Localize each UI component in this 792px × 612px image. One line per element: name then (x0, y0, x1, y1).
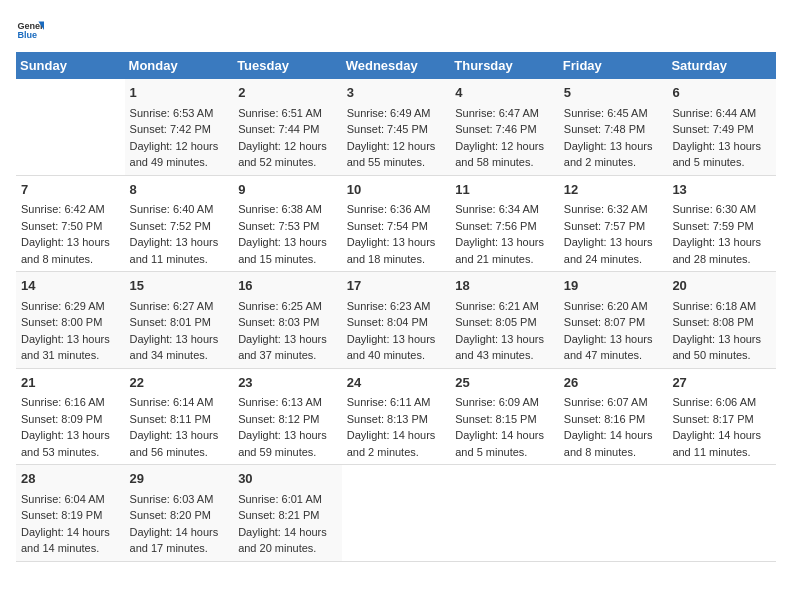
calendar-week-5: 28Sunrise: 6:04 AMSunset: 8:19 PMDayligh… (16, 465, 776, 562)
sunrise-text: Sunrise: 6:38 AM (238, 201, 337, 218)
sunrise-text: Sunrise: 6:44 AM (672, 105, 771, 122)
sunset-text: Sunset: 7:45 PM (347, 121, 446, 138)
day-number: 11 (455, 180, 554, 200)
sunset-text: Sunset: 8:09 PM (21, 411, 120, 428)
daylight-text: Daylight: 13 hours and 24 minutes. (564, 234, 663, 267)
sunrise-text: Sunrise: 6:25 AM (238, 298, 337, 315)
calendar-week-2: 7Sunrise: 6:42 AMSunset: 7:50 PMDaylight… (16, 175, 776, 272)
day-number: 25 (455, 373, 554, 393)
sunset-text: Sunset: 7:52 PM (130, 218, 229, 235)
page-header: General Blue (16, 16, 776, 44)
calendar-cell: 17Sunrise: 6:23 AMSunset: 8:04 PMDayligh… (342, 272, 451, 369)
sunset-text: Sunset: 8:13 PM (347, 411, 446, 428)
sunrise-text: Sunrise: 6:30 AM (672, 201, 771, 218)
day-number: 5 (564, 83, 663, 103)
calendar-cell: 30Sunrise: 6:01 AMSunset: 8:21 PMDayligh… (233, 465, 342, 562)
daylight-text: Daylight: 13 hours and 11 minutes. (130, 234, 229, 267)
sunrise-text: Sunrise: 6:03 AM (130, 491, 229, 508)
daylight-text: Daylight: 13 hours and 15 minutes. (238, 234, 337, 267)
calendar-cell: 19Sunrise: 6:20 AMSunset: 8:07 PMDayligh… (559, 272, 668, 369)
daylight-text: Daylight: 13 hours and 59 minutes. (238, 427, 337, 460)
daylight-text: Daylight: 13 hours and 47 minutes. (564, 331, 663, 364)
daylight-text: Daylight: 14 hours and 11 minutes. (672, 427, 771, 460)
calendar-cell: 9Sunrise: 6:38 AMSunset: 7:53 PMDaylight… (233, 175, 342, 272)
sunset-text: Sunset: 8:03 PM (238, 314, 337, 331)
sunrise-text: Sunrise: 6:32 AM (564, 201, 663, 218)
sunset-text: Sunset: 7:48 PM (564, 121, 663, 138)
sunset-text: Sunset: 8:16 PM (564, 411, 663, 428)
day-number: 19 (564, 276, 663, 296)
day-number: 13 (672, 180, 771, 200)
daylight-text: Daylight: 12 hours and 58 minutes. (455, 138, 554, 171)
sunset-text: Sunset: 7:56 PM (455, 218, 554, 235)
daylight-text: Daylight: 13 hours and 56 minutes. (130, 427, 229, 460)
svg-text:Blue: Blue (17, 30, 37, 40)
sunset-text: Sunset: 8:01 PM (130, 314, 229, 331)
sunset-text: Sunset: 7:49 PM (672, 121, 771, 138)
calendar-cell: 12Sunrise: 6:32 AMSunset: 7:57 PMDayligh… (559, 175, 668, 272)
calendar-table: SundayMondayTuesdayWednesdayThursdayFrid… (16, 52, 776, 562)
day-number: 24 (347, 373, 446, 393)
calendar-cell: 23Sunrise: 6:13 AMSunset: 8:12 PMDayligh… (233, 368, 342, 465)
daylight-text: Daylight: 13 hours and 50 minutes. (672, 331, 771, 364)
sunrise-text: Sunrise: 6:07 AM (564, 394, 663, 411)
day-number: 22 (130, 373, 229, 393)
sunrise-text: Sunrise: 6:53 AM (130, 105, 229, 122)
calendar-cell: 13Sunrise: 6:30 AMSunset: 7:59 PMDayligh… (667, 175, 776, 272)
daylight-text: Daylight: 13 hours and 5 minutes. (672, 138, 771, 171)
calendar-cell: 25Sunrise: 6:09 AMSunset: 8:15 PMDayligh… (450, 368, 559, 465)
day-number: 16 (238, 276, 337, 296)
calendar-cell: 5Sunrise: 6:45 AMSunset: 7:48 PMDaylight… (559, 79, 668, 175)
day-number: 20 (672, 276, 771, 296)
calendar-cell: 16Sunrise: 6:25 AMSunset: 8:03 PMDayligh… (233, 272, 342, 369)
day-number: 2 (238, 83, 337, 103)
sunrise-text: Sunrise: 6:34 AM (455, 201, 554, 218)
day-number: 4 (455, 83, 554, 103)
sunrise-text: Sunrise: 6:29 AM (21, 298, 120, 315)
column-header-sunday: Sunday (16, 52, 125, 79)
calendar-cell (667, 465, 776, 562)
sunrise-text: Sunrise: 6:09 AM (455, 394, 554, 411)
calendar-cell (450, 465, 559, 562)
sunrise-text: Sunrise: 6:13 AM (238, 394, 337, 411)
daylight-text: Daylight: 13 hours and 37 minutes. (238, 331, 337, 364)
calendar-cell: 4Sunrise: 6:47 AMSunset: 7:46 PMDaylight… (450, 79, 559, 175)
column-header-tuesday: Tuesday (233, 52, 342, 79)
day-number: 14 (21, 276, 120, 296)
daylight-text: Daylight: 12 hours and 52 minutes. (238, 138, 337, 171)
sunset-text: Sunset: 7:44 PM (238, 121, 337, 138)
daylight-text: Daylight: 14 hours and 20 minutes. (238, 524, 337, 557)
sunrise-text: Sunrise: 6:42 AM (21, 201, 120, 218)
calendar-cell: 27Sunrise: 6:06 AMSunset: 8:17 PMDayligh… (667, 368, 776, 465)
column-header-wednesday: Wednesday (342, 52, 451, 79)
sunset-text: Sunset: 7:57 PM (564, 218, 663, 235)
sunset-text: Sunset: 7:54 PM (347, 218, 446, 235)
sunrise-text: Sunrise: 6:14 AM (130, 394, 229, 411)
sunrise-text: Sunrise: 6:16 AM (21, 394, 120, 411)
daylight-text: Daylight: 13 hours and 31 minutes. (21, 331, 120, 364)
daylight-text: Daylight: 14 hours and 14 minutes. (21, 524, 120, 557)
day-number: 18 (455, 276, 554, 296)
sunset-text: Sunset: 8:04 PM (347, 314, 446, 331)
sunrise-text: Sunrise: 6:40 AM (130, 201, 229, 218)
day-number: 3 (347, 83, 446, 103)
day-number: 9 (238, 180, 337, 200)
day-number: 23 (238, 373, 337, 393)
calendar-week-1: 1Sunrise: 6:53 AMSunset: 7:42 PMDaylight… (16, 79, 776, 175)
sunrise-text: Sunrise: 6:36 AM (347, 201, 446, 218)
sunset-text: Sunset: 8:08 PM (672, 314, 771, 331)
calendar-cell: 10Sunrise: 6:36 AMSunset: 7:54 PMDayligh… (342, 175, 451, 272)
calendar-cell: 7Sunrise: 6:42 AMSunset: 7:50 PMDaylight… (16, 175, 125, 272)
day-number: 27 (672, 373, 771, 393)
sunrise-text: Sunrise: 6:27 AM (130, 298, 229, 315)
sunset-text: Sunset: 8:11 PM (130, 411, 229, 428)
calendar-cell: 3Sunrise: 6:49 AMSunset: 7:45 PMDaylight… (342, 79, 451, 175)
sunset-text: Sunset: 8:00 PM (21, 314, 120, 331)
column-header-saturday: Saturday (667, 52, 776, 79)
calendar-cell (16, 79, 125, 175)
sunrise-text: Sunrise: 6:18 AM (672, 298, 771, 315)
sunrise-text: Sunrise: 6:23 AM (347, 298, 446, 315)
daylight-text: Daylight: 14 hours and 8 minutes. (564, 427, 663, 460)
calendar-cell: 11Sunrise: 6:34 AMSunset: 7:56 PMDayligh… (450, 175, 559, 272)
sunset-text: Sunset: 7:59 PM (672, 218, 771, 235)
